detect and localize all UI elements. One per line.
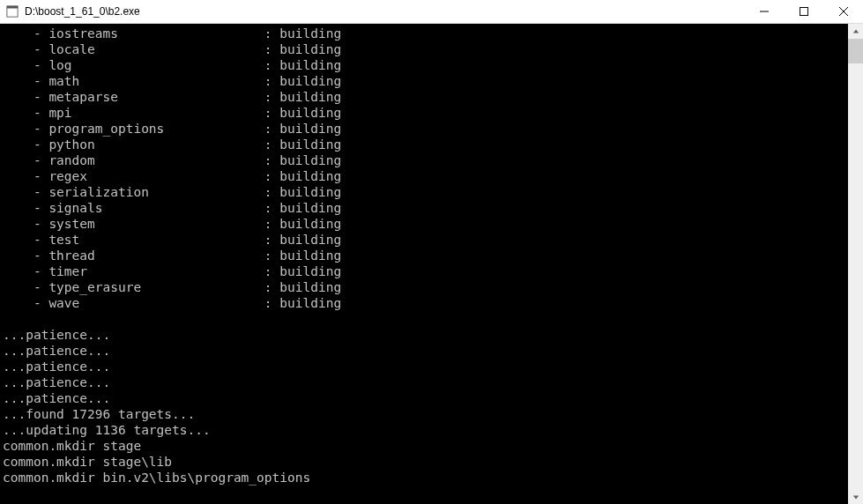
app-icon — [5, 4, 19, 19]
svg-rect-3 — [800, 8, 807, 16]
minimize-button[interactable] — [744, 0, 784, 23]
status-line — [3, 311, 848, 327]
status-line: ...patience... — [3, 374, 848, 390]
component-line: - mpi : building — [3, 105, 848, 121]
status-line: ...patience... — [3, 359, 848, 374]
status-line: common.mkdir bin.v2\libs\program_options — [3, 470, 848, 485]
status-line: common.mkdir stage — [3, 438, 848, 454]
status-line: ...patience... — [3, 343, 848, 359]
scrollbar-thumb[interactable] — [848, 39, 863, 63]
component-line: - thread : building — [3, 248, 848, 263]
svg-rect-1 — [7, 6, 18, 9]
close-button[interactable] — [823, 0, 863, 23]
status-line: ...patience... — [3, 327, 848, 343]
component-line: - serialization : building — [3, 184, 848, 200]
component-line: - test : building — [3, 232, 848, 248]
scroll-up-button[interactable] — [848, 24, 863, 39]
component-line: - signals : building — [3, 200, 848, 216]
status-line: ...updating 1136 targets... — [3, 422, 848, 438]
console-area: - iostreams : building - locale : buildi… — [0, 24, 863, 504]
component-line: - log : building — [3, 57, 848, 73]
status-line: ...found 17296 targets... — [3, 406, 848, 422]
component-line: - python : building — [3, 137, 848, 152]
component-line: - type_erasure : building — [3, 279, 848, 295]
maximize-button[interactable] — [784, 0, 823, 23]
console-output: - iostreams : building - locale : buildi… — [0, 24, 848, 504]
scroll-down-button[interactable] — [848, 489, 863, 504]
status-line: common.mkdir stage\lib — [3, 454, 848, 470]
titlebar: D:\boost_1_61_0\b2.exe — [0, 0, 863, 24]
component-line: - locale : building — [3, 41, 848, 57]
component-line: - wave : building — [3, 295, 848, 311]
window-controls — [744, 0, 863, 23]
component-line: - regex : building — [3, 168, 848, 184]
component-line: - program_options : building — [3, 121, 848, 137]
component-line: - timer : building — [3, 263, 848, 279]
component-line: - math : building — [3, 73, 848, 89]
vertical-scrollbar[interactable] — [848, 24, 863, 504]
component-line: - metaparse : building — [3, 89, 848, 105]
component-line: - random : building — [3, 152, 848, 168]
status-line: ...patience... — [3, 390, 848, 406]
component-line: - system : building — [3, 216, 848, 232]
component-line: - iostreams : building — [3, 26, 848, 41]
scrollbar-track[interactable] — [848, 39, 863, 489]
window-title: D:\boost_1_61_0\b2.exe — [25, 5, 744, 18]
